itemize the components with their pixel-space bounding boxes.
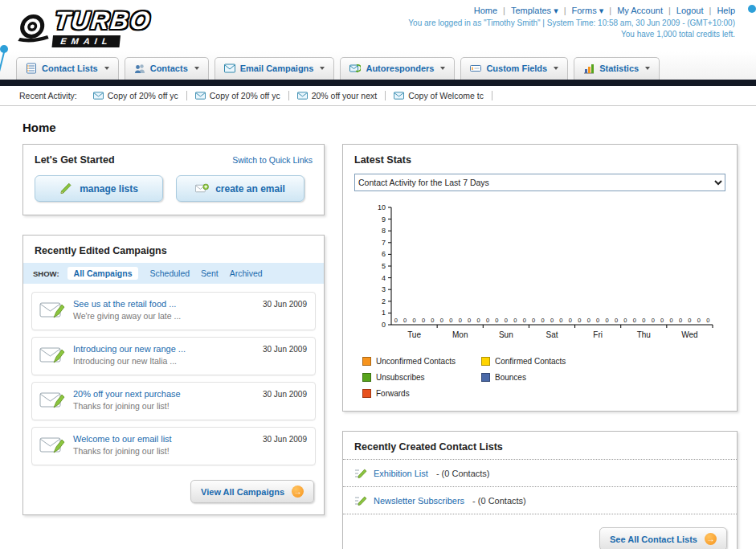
nav-tab-email-campaigns[interactable]: Email Campaigns — [215, 57, 335, 80]
nav-tab-autoresponders[interactable]: Autoresponders — [340, 57, 455, 80]
campaign-filter-tab[interactable]: Sent — [201, 268, 219, 278]
logo: TURBO EMAIL — [15, 5, 153, 51]
see-all-contact-lists-button[interactable]: See All Contact Lists → — [599, 527, 727, 549]
legend-label: Forwards — [376, 389, 410, 398]
recent-activity-item[interactable]: Copy of Welcome tc — [386, 91, 492, 100]
svg-text:0: 0 — [642, 317, 645, 324]
svg-text:Sun: Sun — [499, 330, 513, 339]
svg-text:0: 0 — [550, 317, 554, 324]
statistics-icon — [583, 63, 595, 74]
legend-item: Bounces — [481, 373, 600, 382]
switch-quick-links-link[interactable]: Switch to Quick Links — [232, 155, 313, 165]
campaign-item[interactable]: 20% off your next purchase Thanks for jo… — [31, 382, 316, 420]
nav-tab-contacts[interactable]: Contacts — [125, 57, 209, 80]
campaign-subtitle: Introducing our new Italia ... — [73, 356, 308, 366]
view-all-campaigns-label: View All Campaigns — [201, 487, 284, 497]
svg-text:0: 0 — [652, 317, 655, 324]
svg-text:0: 0 — [669, 317, 672, 324]
main-content: Home Let's Get Started Switch to Quick L… — [0, 106, 756, 549]
campaign-envelope-pencil-icon — [39, 434, 65, 458]
svg-text:Thu: Thu — [637, 330, 651, 339]
contact-list-link[interactable]: Exhibition List — [374, 469, 428, 478]
svg-text:0: 0 — [412, 317, 415, 324]
autoresponders-icon — [349, 63, 361, 74]
svg-text:0: 0 — [513, 317, 517, 324]
svg-text:0: 0 — [697, 317, 701, 324]
logo-snail-icon — [16, 13, 53, 43]
envelope-icon — [394, 92, 404, 100]
campaign-envelope-pencil-icon — [39, 344, 65, 368]
logo-text: TURBO EMAIL — [52, 9, 153, 47]
header-links: HomeTemplates ▾Forms ▾My AccountLogoutHe… — [408, 6, 735, 16]
legend-swatch — [362, 357, 371, 366]
legend-swatch — [481, 357, 490, 366]
right-blue-dot — [748, 5, 756, 13]
svg-text:2: 2 — [382, 297, 386, 305]
svg-text:0: 0 — [578, 317, 581, 324]
header-link[interactable]: Templates ▾ — [497, 6, 558, 15]
nav-tab-custom-fields[interactable]: Custom Fields — [460, 57, 568, 80]
legend-swatch — [362, 373, 371, 382]
chevron-down-icon — [554, 67, 558, 70]
campaign-filter-tab[interactable]: Scheduled — [149, 268, 190, 278]
contact-list-item[interactable]: Exhibition List - (0 Contacts) — [343, 459, 737, 486]
chevron-down-icon — [320, 67, 325, 70]
header-link[interactable]: My Account — [603, 6, 663, 15]
envelope-icon — [93, 92, 104, 100]
campaign-filter-tab[interactable]: Archived — [230, 268, 263, 278]
view-all-campaigns-button[interactable]: View All Campaigns → — [190, 480, 314, 503]
arrow-right-icon: → — [705, 533, 717, 545]
recent-activity-item-label: 20% off your next — [312, 91, 378, 100]
get-started-title: Let's Get Started — [35, 154, 115, 166]
campaign-filter-tab[interactable]: All Campaigns — [67, 267, 139, 280]
recent-activity-item[interactable]: Copy of 20% off yc — [85, 91, 187, 100]
campaign-item[interactable]: Introducing our new range ... Introducin… — [31, 337, 316, 375]
chevron-down-icon — [104, 67, 109, 70]
create-email-label: create an email — [215, 183, 285, 195]
nav-tab-statistics[interactable]: Statistics — [574, 57, 660, 80]
chart-legend: Unconfirmed Contacts Confirmed Contacts … — [362, 357, 717, 398]
svg-text:Fri: Fri — [593, 330, 603, 339]
credits-info: You have 1,000 total credits left. — [408, 30, 735, 39]
svg-text:Sat: Sat — [546, 330, 558, 339]
contact-lists-title: Recently Created Contact Lists — [343, 432, 737, 459]
latest-stats-title: Latest Stats — [343, 145, 737, 172]
campaign-subtitle: Thanks for joining our list! — [73, 401, 308, 411]
svg-text:10: 10 — [378, 203, 386, 211]
contact-list-count: - (0 Contacts) — [472, 496, 526, 506]
svg-text:0: 0 — [532, 317, 535, 324]
logo-text-email: EMAIL — [52, 35, 121, 47]
turbo-email-app: TURBO EMAIL HomeTemplates ▾Forms ▾My Acc… — [0, 0, 756, 549]
svg-text:0: 0 — [706, 317, 709, 324]
header-link[interactable]: Help — [704, 6, 735, 15]
right-column: Latest Stats Contact Activity for the La… — [342, 144, 738, 549]
create-email-button[interactable]: create an email — [176, 175, 304, 202]
nav-tab-contact-lists[interactable]: Contact Lists — [16, 57, 119, 80]
campaign-item[interactable]: Welcome to our email list Thanks for joi… — [31, 427, 316, 465]
campaign-item[interactable]: See us at the retail food ... We're givi… — [31, 292, 316, 330]
svg-text:0: 0 — [633, 317, 636, 324]
custom-fields-icon — [470, 63, 481, 74]
header-link[interactable]: Home — [474, 6, 497, 15]
svg-text:0: 0 — [403, 317, 407, 324]
header-link[interactable]: Forms ▾ — [558, 6, 604, 15]
campaign-date: 30 Jun 2009 — [263, 390, 307, 399]
svg-text:6: 6 — [382, 250, 386, 258]
campaign-filter-tabs: All CampaignsScheduledSentArchived — [67, 267, 263, 280]
campaign-filter-row: SHOW: All CampaignsScheduledSentArchived — [23, 263, 324, 284]
header-right: HomeTemplates ▾Forms ▾My AccountLogoutHe… — [408, 3, 748, 51]
contact-list-item[interactable]: Newsletter Subscribers - (0 Contacts) — [343, 486, 737, 514]
recent-activity-item[interactable]: Copy of 20% off yc — [187, 91, 289, 100]
contact-list-link[interactable]: Newsletter Subscribers — [374, 496, 464, 506]
svg-text:0: 0 — [459, 317, 462, 324]
svg-text:0: 0 — [523, 317, 526, 324]
svg-text:0: 0 — [569, 317, 572, 324]
stats-period-select[interactable]: Contact Activity for the Last 7 Days — [354, 174, 725, 191]
header-link[interactable]: Logout — [663, 6, 704, 15]
legend-label: Confirmed Contacts — [495, 357, 566, 366]
manage-lists-button[interactable]: manage lists — [35, 175, 163, 202]
envelope-plus-icon — [195, 182, 209, 195]
recent-activity-item[interactable]: 20% off your next — [289, 91, 386, 100]
svg-text:0: 0 — [660, 317, 664, 324]
contact-list: Exhibition List - (0 Contacts) — [343, 459, 737, 514]
